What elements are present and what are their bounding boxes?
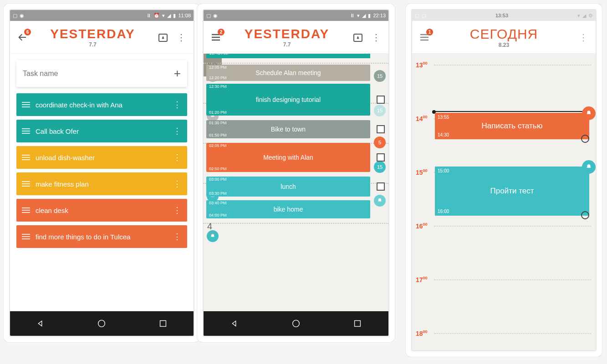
more-button[interactable]: ⋮ [174,30,188,44]
event-block[interactable]: Пройти тест15:0016:00 [435,167,589,216]
event-block[interactable]: finish designing tutorial12:30 PM01:20 P… [206,84,370,116]
status-bar: ▢▢ 13:53 ▾◢⚙ [412,10,596,21]
nav-recent-icon[interactable] [352,318,362,329]
drag-handle-icon[interactable] [22,234,30,239]
svg-rect-5 [355,321,361,327]
event-title: Написать статью [482,121,543,131]
nav-back-icon[interactable] [230,318,240,329]
task-item[interactable]: unload dish-washer⋮ [16,146,187,169]
event-start: 15:00 [438,168,449,173]
event-block[interactable]: Написать статью13:5514:30 [435,113,589,139]
event-end: 04:00 PM [209,213,227,217]
menu-button[interactable]: 2 [209,30,223,44]
event-end: 02:50 PM [209,167,227,171]
bell-icon[interactable] [582,160,596,174]
event-start: 01:30 PM [209,121,227,126]
wifi-icon: ▾ [162,13,165,19]
event-block[interactable]: lunch03:00 PM03:30 PM [206,177,370,197]
task-more-icon[interactable]: ⋮ [173,100,182,110]
event-checkbox[interactable] [377,182,385,191]
timer-chip: 15 [374,70,386,82]
now-indicator [434,111,589,112]
hour-label: 1600 [416,222,428,230]
nav-home-icon[interactable] [291,318,301,329]
event-block[interactable]: Schedule Alan meeting12:05 PM12:20 PM15 [206,65,370,81]
hour-label: 1400 [416,115,428,122]
event-end: 12:20 PM [209,76,227,80]
hour-label: 1500 [416,168,428,176]
svg-point-4 [293,320,300,327]
more-button[interactable]: ⋮ [369,30,383,44]
task-item[interactable]: make fitness plan⋮ [16,172,187,195]
task-input[interactable] [23,70,174,78]
menu-button[interactable]: 1 [418,30,431,44]
nav-bar [10,311,194,336]
drag-handle-icon[interactable] [22,207,30,213]
event-ring[interactable] [581,135,589,143]
vibrate-icon: ⏸ [146,13,151,18]
task-item[interactable]: clean desk⋮ [16,199,187,222]
task-more-icon[interactable]: ⋮ [173,232,182,242]
event-block[interactable]: Bike to town01:30 PM01:50 PM [206,120,370,138]
event-end: 01:50 PM [209,133,227,137]
status-time: 22:13 [373,13,386,18]
drag-handle-icon[interactable] [22,155,30,160]
calendar-button[interactable] [351,30,365,44]
task-item[interactable]: coordinate check-in with Ana⋮ [16,93,187,116]
signal-icon: ◢ [167,13,171,19]
drag-handle-icon[interactable] [22,102,30,107]
bell-icon[interactable] [582,106,596,120]
event-ring[interactable] [581,211,589,219]
event-start: 03:00 PM [209,177,227,182]
event-checkbox[interactable] [377,125,385,133]
nav-home-icon[interactable] [97,318,107,329]
status-bar: ▢ ◉ ⏸ ⏰ ▾ ◢ ▮ 11:08 [10,10,194,21]
task-more-icon[interactable]: ⋮ [173,179,182,189]
task-more-icon[interactable]: ⋮ [173,152,182,162]
svg-point-1 [98,320,105,327]
timer-chip: 15 [374,105,386,116]
task-label: find more things to do in Tulcea [36,233,173,241]
task-more-icon[interactable]: ⋮ [173,126,182,136]
event-block[interactable]: Meeting with Alan02:05 PM02:50 PM515 [206,143,370,172]
event-end: 01:20 PM [209,110,227,115]
alarm-icon: ⏰ [153,13,160,19]
hour-label: 1700 [416,276,428,283]
nav-bar [204,311,388,336]
page-title: СЕГОДНЯ [436,26,572,42]
event-start: 13:55 [438,115,449,120]
event-title: Schedule Alan meeting [255,69,321,76]
event-checkbox[interactable] [377,153,385,162]
task-item[interactable]: Call back Ofer⋮ [16,120,187,142]
add-task-button[interactable]: + [174,66,181,81]
image-icon: ▢ [13,13,17,19]
task-label: Call back Ofer [36,127,173,135]
status-time: 11:08 [178,13,191,18]
app-bar: 6 YESTERDAY 7.7 ⋮ [10,21,194,54]
event-title: finish designing tutorial [256,96,321,103]
event-start: 12:30 PM [209,85,227,89]
phone-a: ▢ ◉ ⏸ ⏰ ▾ ◢ ▮ 11:08 6 YESTERDAY 7.7 ⋮ + … [9,9,194,337]
nav-back-icon[interactable] [36,318,46,329]
event-block[interactable]: bike home03:40 PM04:00 PM [206,200,370,218]
event-title: Bike to town [271,126,306,133]
event-start: 03:40 PM [209,201,227,206]
event-title: lunch [281,183,296,190]
event-start: 12:05 PM [209,66,227,70]
task-item[interactable]: find more things to do in Tulcea⋮ [16,225,187,248]
event-checkbox[interactable] [377,96,385,104]
task-more-icon[interactable]: ⋮ [173,205,182,215]
bell-chip [374,195,386,207]
calendar-button[interactable] [156,30,170,44]
bulb-icon: ◉ [20,13,24,19]
back-button[interactable]: 6 [15,30,29,44]
more-button[interactable]: ⋮ [576,30,590,44]
phone-c: ▢▢ 13:53 ▾◢⚙ 1 СЕГОДНЯ 8.23 ⋮ 1300140015… [411,9,597,351]
nav-recent-icon[interactable] [158,318,168,329]
app-bar: 1 СЕГОДНЯ 8.23 ⋮ [412,21,596,54]
drag-handle-icon[interactable] [22,128,30,134]
drag-handle-icon[interactable] [22,181,30,187]
event-start: 02:05 PM [209,144,227,148]
task-label: unload dish-washer [36,154,173,162]
app-bar: 2 YESTERDAY 7.7 ⋮ [204,21,388,54]
